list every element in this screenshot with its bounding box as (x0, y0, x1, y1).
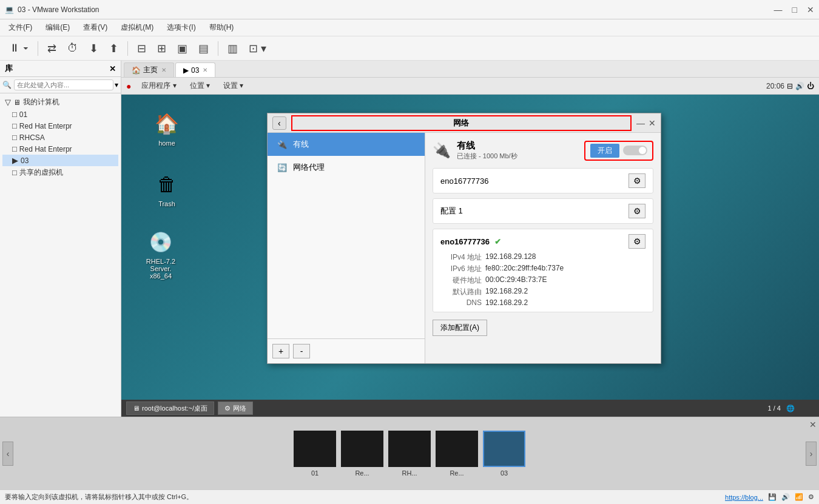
tab-03-close[interactable]: ✕ (203, 67, 207, 73)
dialog-nav-proxy[interactable]: 🔄 网络代理 (268, 156, 425, 179)
titlebar-controls[interactable]: — □ ✕ (774, 5, 814, 15)
menu-file[interactable]: 文件(F) (2, 21, 38, 34)
dialog-minimize-button[interactable]: — (636, 118, 645, 128)
dialog-nav-wired[interactable]: 🔌 有线 (268, 133, 425, 156)
thumb-label-01: 01 (311, 469, 318, 477)
power-icon[interactable]: ⏻ (807, 82, 814, 90)
dialog-back-button[interactable]: ‹ (272, 116, 286, 130)
settings-menu-button[interactable]: 设置 ▾ (218, 79, 249, 93)
config1-gear-button[interactable]: ⚙ (629, 204, 645, 218)
network-icon: ⚙ (224, 405, 231, 412)
expand-button[interactable]: ⊡ ▾ (244, 39, 271, 58)
sidebar-item-redhat1[interactable]: □ Red Hat Enterpr (2, 120, 118, 132)
search-dropdown-icon[interactable]: ▾ (115, 81, 118, 89)
add-profile-button[interactable]: + (272, 344, 289, 358)
taskbar-item-network[interactable]: ⚙ 网络 (218, 402, 253, 415)
apps-menu-button[interactable]: 应用程序 ▾ (136, 79, 181, 93)
strip-next-button[interactable]: › (806, 442, 817, 466)
sidebar-close-button[interactable]: ✕ (109, 64, 116, 73)
sidebar-item-01[interactable]: □ 01 (2, 109, 118, 120)
menu-view[interactable]: 查看(V) (77, 21, 113, 34)
window-button[interactable]: ⊞ (153, 39, 170, 58)
dns-key: DNS (445, 298, 482, 307)
upload-button[interactable]: ⬆ (105, 39, 123, 58)
thumbnails: 01 Re... RH... Re... 03 (13, 431, 806, 477)
pause-button[interactable]: ⏸ ▾ (5, 39, 33, 57)
remove-profile-button[interactable]: - (293, 344, 310, 358)
tab-home[interactable]: 🏠 主页 ✕ (124, 62, 174, 77)
hw-value: 00:0C:29:4B:73:7E (485, 275, 547, 286)
detail-check-icon: ✔ (494, 237, 501, 246)
sidebar-tree: ▽ 🖥 我的计算机 □ 01 □ Red Hat Enterpr □ RHCSA… (0, 93, 121, 417)
thumbnail-01[interactable]: 01 (294, 431, 336, 477)
tab-03-icon: ▶ (183, 66, 189, 75)
screens2-button[interactable]: ▤ (194, 39, 213, 58)
ipv6-value: fe80::20c:29ff:fe4b:737e (485, 264, 564, 274)
menu-edit[interactable]: 编辑(E) (39, 21, 76, 34)
sidebar-item-01-label: 01 (19, 110, 27, 119)
status-sound-icon[interactable]: 🔊 (781, 493, 790, 501)
places-menu-button[interactable]: 位置 ▾ (184, 79, 215, 93)
toggle-area: 开启 (584, 141, 653, 161)
menu-vm[interactable]: 虚拟机(M) (115, 21, 160, 34)
ipv6-row: IPv6 地址 fe80::20c:29ff:fe4b:737e (445, 264, 645, 274)
ipv6-key: IPv6 地址 (445, 264, 482, 274)
tab-home-close[interactable]: ✕ (161, 67, 166, 73)
menu-help[interactable]: 帮助(H) (203, 21, 240, 34)
thumbnail-rh[interactable]: RH... (388, 431, 431, 477)
dialog-title: 网络 (291, 115, 632, 131)
desktop-icon-home[interactable]: 🏠 home (143, 107, 191, 149)
vm-icon: □ (12, 133, 17, 142)
sidebar-item-shared[interactable]: □ 共享的虚拟机 (2, 166, 118, 179)
detail-gear-button[interactable]: ⚙ (629, 234, 645, 249)
add-config-button[interactable]: 添加配置(A) (433, 320, 487, 336)
vm-icon: □ (12, 144, 17, 153)
taskbar-item-terminal[interactable]: 🖥 root@localhost:~/桌面 (126, 402, 214, 415)
split-button[interactable]: ⊟ (133, 39, 150, 58)
desktop-icon-rhel[interactable]: 💿 RHEL-7.2 Server. x86_64 (133, 225, 188, 282)
minimize-button[interactable]: — (774, 5, 783, 15)
sidebar-item-my-computer[interactable]: ▽ 🖥 我的计算机 (2, 96, 118, 109)
dialog-window-controls[interactable]: — ✕ (636, 118, 656, 128)
download-button[interactable]: ⬇ (85, 39, 103, 58)
maximize-button[interactable]: □ (792, 5, 797, 15)
eno1-label: eno16777736 (440, 176, 489, 186)
strip-close-button[interactable]: ✕ (809, 420, 817, 429)
thumbnail-re1[interactable]: Re... (341, 431, 383, 477)
thumbnail-03[interactable]: 03 (483, 431, 525, 477)
gw-key: 默认路由 (445, 287, 482, 297)
desktop-icon-trash[interactable]: 🗑 Trash (143, 167, 191, 210)
dvd-icon: 💿 (146, 227, 175, 257)
thumb-label-03: 03 (500, 469, 508, 477)
nav-wired-label: 有线 (293, 139, 309, 150)
sidebar-item-redhat2[interactable]: □ Red Hat Enterpr (2, 143, 118, 155)
app-icon: 💻 (5, 5, 14, 14)
dialog-close-button[interactable]: ✕ (649, 118, 656, 128)
search-input[interactable] (14, 79, 113, 90)
vm-icon: □ (12, 110, 17, 119)
terminal-button[interactable]: ▥ (223, 39, 242, 58)
gw-row: 默认路由 192.168.29.2 (445, 287, 645, 297)
sidebar-item-03[interactable]: ▶ 03 (2, 155, 118, 166)
thumbnail-re2[interactable]: Re... (436, 431, 478, 477)
switch-button[interactable]: ⇄ (43, 39, 61, 58)
network-status-icon[interactable]: 📶 (795, 493, 803, 501)
menu-tab[interactable]: 选项卡(I) (161, 21, 201, 34)
ipv4-key: IPv4 地址 (445, 252, 482, 263)
thumb-img-01 (294, 431, 336, 467)
sound-icon[interactable]: 🔊 (795, 82, 804, 90)
close-button[interactable]: ✕ (807, 5, 814, 15)
gw-value: 192.168.29.2 (485, 287, 528, 297)
toggle-on-button[interactable]: 开启 (590, 144, 619, 158)
trash-icon: 🗑 (152, 170, 181, 199)
strip-prev-button[interactable]: ‹ (2, 442, 13, 466)
clock-button[interactable]: ⏱ (63, 39, 83, 57)
settings-icon[interactable]: ⚙ (808, 493, 814, 501)
eno1-gear-button[interactable]: ⚙ (629, 173, 645, 188)
net-item-eno1: eno16777736 ⚙ (433, 168, 653, 193)
sidebar-item-shared-label: 共享的虚拟机 (19, 167, 63, 178)
toggle-slider[interactable] (623, 146, 647, 155)
sidebar-item-rhcsa[interactable]: □ RHCSA (2, 132, 118, 143)
tab-03[interactable]: ▶ 03 ✕ (175, 62, 215, 77)
screens-button[interactable]: ▣ (173, 39, 192, 58)
